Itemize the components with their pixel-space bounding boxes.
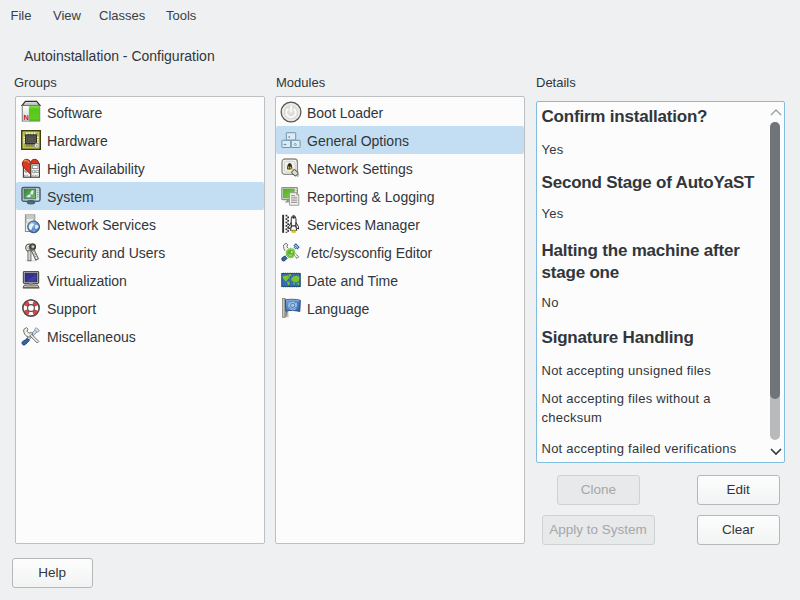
svg-text:N: N [23,113,28,122]
